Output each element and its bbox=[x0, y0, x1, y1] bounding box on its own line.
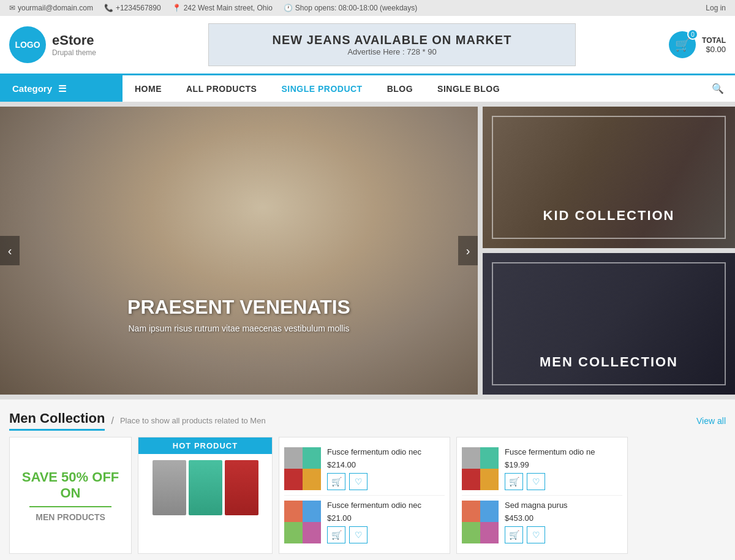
wishlist-4[interactable]: ♡ bbox=[527, 526, 545, 543]
login-link[interactable]: Log in bbox=[706, 4, 726, 12]
men-collection-panel[interactable]: MEN COLLECTION bbox=[483, 253, 735, 395]
men-bg bbox=[483, 253, 735, 395]
product-thumb-2 bbox=[284, 501, 321, 543]
top-bar-left: ✉ yourmail@domain.com 📞 +1234567890 📍 24… bbox=[9, 4, 417, 12]
phone-item: 📞 +1234567890 bbox=[104, 4, 161, 12]
product-item-3: Fusce fermentum odio ne $19.99 🛒 ♡ bbox=[462, 442, 622, 496]
nav-single-product[interactable]: SINGLE PRODUCT bbox=[269, 77, 374, 101]
top-bar-right[interactable]: Log in bbox=[706, 4, 726, 12]
color-chip-11 bbox=[462, 469, 480, 490]
color-chip-1 bbox=[284, 447, 303, 469]
clock-icon: 🕐 bbox=[284, 4, 293, 12]
product-price-3: $19.99 bbox=[505, 460, 622, 469]
hero-prev-button[interactable]: ‹ bbox=[0, 236, 20, 265]
wishlist-2[interactable]: ♡ bbox=[349, 526, 368, 543]
hero-next-button[interactable]: › bbox=[458, 236, 478, 265]
header: LOGO eStore Drupal theme NEW JEANS AVAIL… bbox=[0, 16, 735, 74]
view-all-link[interactable]: View all bbox=[696, 416, 726, 426]
product-name-2: Fusce fermentum odio nec bbox=[327, 501, 445, 511]
hero-figure bbox=[0, 107, 478, 395]
product-info-2: Fusce fermentum odio nec $21.00 🛒 ♡ bbox=[327, 501, 445, 543]
dress-thumb-3 bbox=[225, 460, 258, 515]
banner-subtitle: Advertise Here : 728 * 90 bbox=[221, 47, 563, 56]
product-price-1: $214.00 bbox=[327, 460, 445, 469]
product-thumb-1 bbox=[284, 447, 321, 490]
product-info-4: Sed magna purus $453.00 🛒 ♡ bbox=[505, 501, 622, 543]
product-item-1: Fusce fermentum odio nec $214.00 🛒 ♡ bbox=[284, 442, 445, 496]
section-divider: / bbox=[111, 415, 113, 426]
email-icon: ✉ bbox=[9, 4, 15, 12]
email-item: ✉ yourmail@domain.com bbox=[9, 4, 93, 12]
wishlist-1[interactable]: ♡ bbox=[349, 473, 368, 490]
color-chip-6 bbox=[303, 501, 321, 522]
category-button[interactable]: Category ☰ bbox=[0, 75, 123, 102]
brand-theme: Drupal theme bbox=[52, 48, 96, 57]
hot-product-card: HOT PRODUCT bbox=[138, 437, 273, 554]
product-actions-1: 🛒 ♡ bbox=[327, 473, 445, 490]
total-label: TOTAL bbox=[702, 36, 726, 45]
product-name-1: Fusce fermentum odio nec bbox=[327, 447, 445, 458]
product-name-3: Fusce fermentum odio ne bbox=[505, 447, 622, 458]
address-item: 📍 242 West Main street, Ohio bbox=[172, 4, 273, 12]
product-list-card-1: Fusce fermentum odio nec $214.00 🛒 ♡ Fus… bbox=[279, 437, 450, 554]
banner-ad[interactable]: NEW JEANS AVAILABLE ON MARKET Advertise … bbox=[208, 23, 576, 66]
section-title: Men Collection bbox=[9, 411, 105, 431]
add-to-cart-2[interactable]: 🛒 bbox=[327, 526, 345, 543]
add-to-cart-1[interactable]: 🛒 bbox=[327, 473, 345, 490]
nav-all-products[interactable]: ALL PRODUCTS bbox=[174, 77, 269, 101]
color-chip-14 bbox=[480, 501, 499, 522]
promo-save-text: SAVE 50% OFF bbox=[22, 469, 119, 485]
product-actions-2: 🛒 ♡ bbox=[327, 526, 445, 543]
search-button[interactable]: 🔍 bbox=[701, 75, 735, 102]
main-nav: Category ☰ HOME ALL PRODUCTS SINGLE PROD… bbox=[0, 74, 735, 102]
nav-blog[interactable]: BLOG bbox=[375, 77, 425, 101]
color-chip-2 bbox=[303, 447, 321, 469]
color-chip-12 bbox=[480, 469, 499, 490]
logo-area: LOGO eStore Drupal theme bbox=[9, 26, 119, 63]
nav-single-blog[interactable]: SINGLE BLOG bbox=[425, 77, 512, 101]
wishlist-3[interactable]: ♡ bbox=[527, 473, 545, 490]
color-chip-15 bbox=[462, 522, 480, 543]
hamburger-icon: ☰ bbox=[58, 83, 66, 94]
dress-thumb-2 bbox=[189, 460, 222, 515]
men-collection-label: MEN COLLECTION bbox=[483, 354, 735, 370]
hours-text: Shop opens: 08:00-18:00 (weekdays) bbox=[295, 4, 417, 12]
product-price-4: $453.00 bbox=[505, 513, 622, 523]
hero-overlay: PRAESENT VENENATIS Nam ipsum risus rutru… bbox=[0, 296, 478, 333]
logo-circle[interactable]: LOGO bbox=[9, 26, 46, 63]
hot-product-images bbox=[138, 454, 272, 521]
section-title-group: Men Collection / Place to show all produ… bbox=[9, 411, 266, 431]
search-icon: 🔍 bbox=[712, 83, 724, 94]
promo-card: SAVE 50% OFF ON MEN PRODUCTS bbox=[9, 437, 132, 554]
hot-product-label: HOT PRODUCT bbox=[138, 437, 272, 454]
product-name-4: Sed magna purus bbox=[505, 501, 622, 511]
address-text: 242 West Main street, Ohio bbox=[184, 4, 273, 12]
cart-area[interactable]: 🛒 0 TOTAL $0.00 bbox=[665, 31, 726, 58]
color-chip-7 bbox=[284, 522, 303, 543]
cart-icon-wrap[interactable]: 🛒 0 bbox=[669, 31, 696, 58]
kid-bg bbox=[483, 107, 735, 248]
product-info-1: Fusce fermentum odio nec $214.00 🛒 ♡ bbox=[327, 447, 445, 490]
kid-collection-label: KID COLLECTION bbox=[483, 208, 735, 224]
phone-icon: 📞 bbox=[104, 4, 113, 12]
category-label: Category bbox=[12, 83, 52, 94]
nav-home[interactable]: HOME bbox=[123, 77, 174, 101]
promo-divider bbox=[29, 506, 111, 507]
cart-total: TOTAL $0.00 bbox=[702, 36, 726, 54]
hours-item: 🕐 Shop opens: 08:00-18:00 (weekdays) bbox=[284, 4, 417, 12]
email-text: yourmail@domain.com bbox=[18, 4, 93, 12]
product-item-2: Fusce fermentum odio nec $21.00 🛒 ♡ bbox=[284, 496, 445, 548]
color-chip-13 bbox=[462, 501, 480, 522]
add-to-cart-4[interactable]: 🛒 bbox=[505, 526, 523, 543]
kid-people-image bbox=[483, 107, 735, 248]
cart-count-badge: 0 bbox=[687, 29, 698, 40]
add-to-cart-3[interactable]: 🛒 bbox=[505, 473, 523, 490]
promo-products-text: MEN PRODUCTS bbox=[36, 512, 105, 522]
phone-text: +1234567890 bbox=[116, 4, 161, 12]
color-chip-8 bbox=[303, 522, 321, 543]
color-chip-10 bbox=[480, 447, 499, 469]
men-people-image bbox=[483, 253, 735, 395]
product-actions-4: 🛒 ♡ bbox=[505, 526, 622, 543]
banner-area[interactable]: NEW JEANS AVAILABLE ON MARKET Advertise … bbox=[132, 23, 652, 66]
kid-collection-panel[interactable]: KID COLLECTION bbox=[483, 107, 735, 248]
